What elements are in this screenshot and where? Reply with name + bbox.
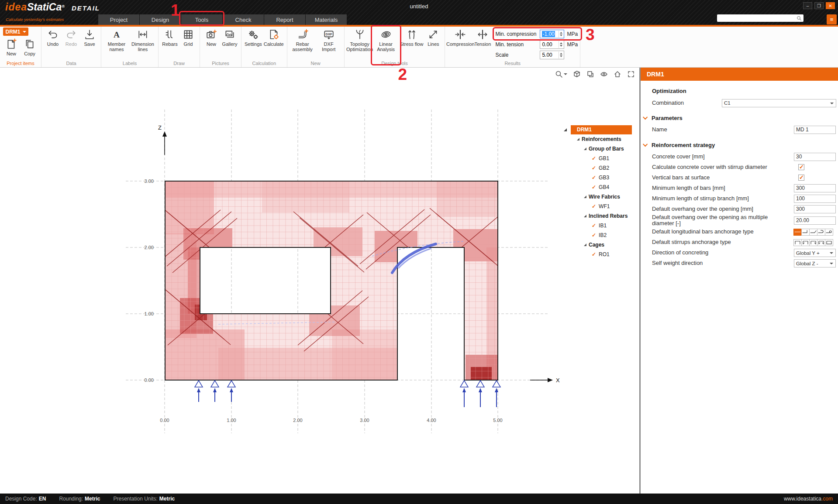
spinner-icon[interactable] [559,51,563,58]
expand-arrow-icon[interactable] [584,147,586,150]
expand-arrow-icon[interactable] [577,138,579,141]
group-label-project-items: Project items [2,60,39,67]
tree-item-wf1[interactable]: ✓WF1 [571,202,632,211]
anchorage-straight-button[interactable] [793,229,802,236]
anchorage-hook90-button[interactable] [801,229,810,236]
check-icon: ✓ [592,175,596,181]
anchorage-hook135-button[interactable] [809,229,817,236]
vertical-bars-checkbox[interactable] [798,175,804,181]
compression-button[interactable]: Compression [447,28,473,47]
topology-optimization-button[interactable]: Topology Optimization [347,28,373,52]
min-tension-input[interactable]: 0.00 [540,40,564,49]
settings-button[interactable]: Settings [244,28,263,47]
tree-item-reinforcements[interactable]: Reinforcements [571,134,632,144]
stirrup-cover-checkbox[interactable] [798,164,804,170]
spinner-icon[interactable] [559,31,563,38]
website-link[interactable]: www.ideastatica.com [784,496,833,502]
anchorage-hook180-button[interactable] [817,229,825,236]
project-item-selector[interactable]: DRM1 [3,27,28,36]
tree-root-drm1[interactable]: DRM1 [571,125,632,134]
self-weight-direction-select[interactable]: Global Z - [794,259,836,267]
properties-header[interactable]: DRM1 [641,68,838,81]
lines-button[interactable]: Lines [424,28,442,47]
overhang-multiple-input[interactable]: 20.00 [794,216,836,225]
calculate-button[interactable]: Calculate [263,28,285,47]
home-view-button[interactable] [614,70,621,78]
camera-icon [206,29,217,40]
grid-button[interactable]: Grid [179,28,197,47]
tree-item-gb2[interactable]: ✓GB2 [571,163,632,173]
restore-button[interactable]: ❐ [814,2,824,9]
gallery-button[interactable]: Gallery [221,28,239,47]
search-box[interactable] [717,14,804,22]
save-button[interactable]: Save [80,28,99,47]
scale-input[interactable]: 5.00 [540,51,564,59]
search-input[interactable] [717,16,797,21]
stirrup-closed-button[interactable] [825,239,833,246]
min-bar-length-input[interactable]: 300 [794,184,836,192]
fit-view-button[interactable] [627,70,635,78]
tree-item-gb1[interactable]: ✓GB1 [571,154,632,163]
min-stirrup-branch-input[interactable]: 100 [794,195,836,203]
tree-item-group-of-bars[interactable]: Group of Bars [571,144,632,154]
tab-report[interactable]: Report [264,14,305,25]
stress-flow-button[interactable]: Stress flow [399,28,424,47]
undo-button[interactable]: Undo [44,28,62,47]
visibility-button[interactable] [600,70,608,78]
chevron-down-icon [830,252,833,254]
concrete-cover-input[interactable]: 30 [794,153,836,161]
stirrup-hook-left-button[interactable] [801,239,810,246]
tab-check[interactable]: Check [223,14,264,25]
tab-tools[interactable]: Tools 1 [181,14,222,25]
expand-arrow-icon[interactable] [584,195,586,198]
overhang-opening-input[interactable]: 300 [794,205,836,213]
ribbon-group-data: Undo Redo Save Data [41,27,101,67]
spinner-icon[interactable] [559,41,563,48]
isometric-view-button[interactable] [573,70,581,78]
tree-item-ro1[interactable]: ✓RO1 [571,250,632,259]
tree-item-cages[interactable]: Cages [571,240,632,250]
model-view[interactable]: Z X 3.00 2.00 1.00 0.00 0.00 1.00 2.00 3… [0,68,639,494]
layers-button[interactable] [586,70,594,78]
dimension-lines-button[interactable]: Dimension lines [130,28,156,52]
account-panel-button[interactable]: ≡ [827,14,837,24]
rebar-assembly-button[interactable]: Rebar assembly [290,28,316,52]
check-icon: ✓ [592,223,596,229]
rebars-button[interactable]: Rebars [161,28,179,47]
anchorage-loop-button[interactable] [825,229,833,236]
new-project-item-button[interactable]: New [2,38,21,56]
min-compression-input[interactable]: -1.00 [540,30,564,38]
rounding-status: Rounding:Metric [59,496,100,502]
linear-analysis-button[interactable]: Linear Analysis 2 [373,28,399,52]
tree-item-gb4[interactable]: ✓GB4 [571,182,632,192]
section-parameters[interactable]: Parameters [641,111,838,124]
expand-arrow-icon[interactable] [584,243,586,246]
combination-select[interactable]: C1 [722,99,836,107]
tree-item-ib2[interactable]: ✓IB2 [571,230,632,240]
member-names-button[interactable]: A Member names [103,28,130,52]
copy-project-item-button[interactable]: Copy [21,38,39,56]
tree-item-gb3[interactable]: ✓GB3 [571,173,632,182]
zoom-button[interactable] [555,70,567,78]
tree-item-ib1[interactable]: ✓IB1 [571,221,632,230]
section-reinforcement-strategy[interactable]: Reinforcement strategy [641,138,838,151]
stirrup-hook-both-button[interactable] [817,239,825,246]
dimension-lines-icon [137,29,148,40]
new-picture-button[interactable]: New [202,28,221,47]
tab-materials[interactable]: Materials [306,14,347,25]
close-button[interactable]: ✕ [826,2,835,9]
minimize-button[interactable]: – [803,2,812,9]
model-canvas[interactable]: Z X 3.00 2.00 1.00 0.00 0.00 1.00 2.00 3… [0,68,639,494]
tab-project[interactable]: Project [98,14,139,25]
concreting-direction-select[interactable]: Global Y + [794,249,836,257]
tree-item-inclined-rebars[interactable]: Inclined Rebars [571,211,632,221]
name-input[interactable]: MD 1 [794,126,836,134]
tension-button[interactable]: Tension [473,28,492,47]
expand-arrow-icon[interactable] [584,215,586,217]
stirrup-open-button[interactable] [793,239,802,246]
dxf-import-button[interactable]: DXF DXF Import [316,28,342,52]
stirrup-hook-right-button[interactable] [809,239,817,246]
collapse-arrow-icon[interactable] [564,128,567,131]
redo-button[interactable]: Redo [62,28,80,47]
tree-item-wire-fabrics[interactable]: Wire Fabrics [571,192,632,202]
